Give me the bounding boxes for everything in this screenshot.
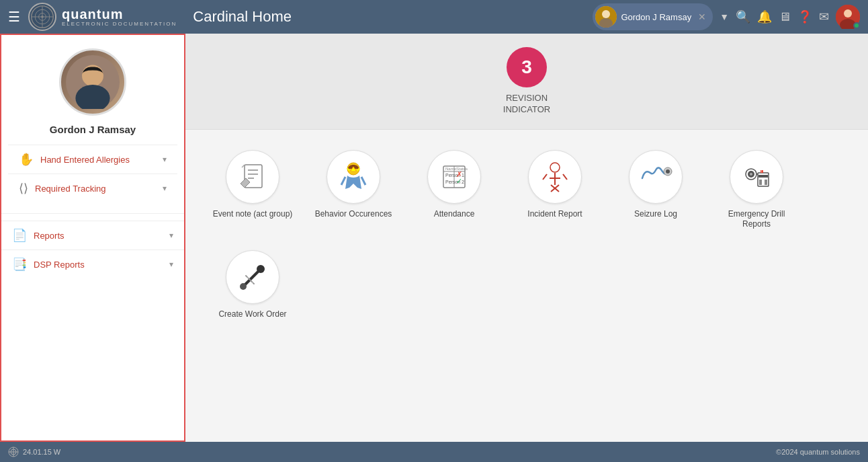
tracking-icon: ⟨⟩: [19, 181, 28, 196]
work-order-icon: [226, 250, 279, 304]
grid-item-behavior[interactable]: Behavior Occurences: [313, 150, 394, 230]
attendance-icon: Name Status Person 1 ✗ Person 2 ✓: [427, 150, 481, 204]
revision-section: 3 REVISIONINDICATOR: [185, 34, 868, 130]
svg-rect-46: [759, 180, 762, 185]
grid-item-emergency-drill[interactable]: ! Emergency Drill Reports: [716, 150, 797, 230]
nav-icons: Gordon J Ramsay ✕ ▼ 🔍 🔔 🖥 ❓ ✉: [593, 3, 860, 30]
grid-item-event-note[interactable]: Event note (act group): [212, 150, 293, 230]
chevron-down-icon-2: ▾: [163, 184, 167, 193]
brand-name: quantum: [62, 7, 177, 22]
grid-item-incident[interactable]: Incident Report: [515, 150, 595, 230]
chevron-down-icon: ▾: [163, 155, 167, 164]
svg-point-10: [844, 9, 852, 17]
user-avatar-corner[interactable]: [836, 5, 860, 29]
profile-name: Gordon J Ramsay: [50, 124, 136, 135]
bottom-copyright: ©2024 quantum solutions: [776, 448, 860, 456]
monitor-icon[interactable]: 🖥: [779, 10, 791, 24]
hamburger-icon[interactable]: ☰: [8, 9, 20, 25]
grid-item-seizure[interactable]: Seizure Log: [615, 150, 696, 230]
svg-point-35: [550, 163, 560, 172]
incident-label: Incident Report: [527, 209, 582, 220]
reports-label: Reports: [34, 231, 163, 241]
search-icon[interactable]: 🔍: [736, 9, 750, 24]
reports-icon: 📄: [12, 228, 27, 243]
svg-rect-45: [758, 175, 768, 178]
svg-point-56: [240, 283, 247, 290]
top-nav: ☰ quantum ELECTRONIC DOCUMENTATION Cardi…: [0, 0, 868, 34]
svg-line-22: [361, 177, 365, 185]
svg-text:!: !: [761, 169, 762, 174]
sidebar-item-required-tracking[interactable]: ⟨⟩ Required Tracking ▾: [8, 174, 177, 202]
svg-line-21: [341, 177, 345, 185]
svg-line-40: [543, 174, 547, 180]
brand-sub: ELECTRONIC DOCUMENTATION: [62, 22, 177, 28]
bottom-logo-icon: [8, 447, 19, 457]
dsp-icon: 📑: [12, 257, 27, 272]
user-badge[interactable]: Gordon J Ramsay ✕: [593, 3, 713, 30]
help-icon[interactable]: ❓: [797, 9, 812, 24]
dsp-label: DSP Reports: [34, 260, 163, 270]
tracking-label: Required Tracking: [35, 184, 156, 194]
grid-item-attendance[interactable]: Name Status Person 1 ✗ Person 2 ✓ Attend…: [414, 150, 494, 230]
user-name: Gordon J Ramsay: [621, 12, 691, 22]
allergies-label: Hand Entered Allergies: [40, 155, 156, 165]
incident-icon: [528, 150, 582, 204]
revision-circle: 3: [507, 47, 547, 87]
brand-text: quantum ELECTRONIC DOCUMENTATION: [62, 7, 177, 28]
sidebar-item-reports[interactable]: 📄 Reports ▾: [1, 221, 184, 249]
svg-text:✓: ✓: [456, 177, 462, 185]
sidebar-item-allergies[interactable]: ✋ Hand Entered Allergies ▾: [8, 145, 177, 174]
svg-line-41: [563, 174, 567, 180]
mail-icon[interactable]: ✉: [819, 9, 829, 24]
icon-grid: Event note (act group): [185, 130, 868, 340]
page-title: Cardinal Home: [193, 8, 584, 26]
bottom-left: 24.01.15 W: [8, 447, 60, 457]
chevron-down-icon-3: ▾: [169, 231, 173, 240]
logo-area: quantum ELECTRONIC DOCUMENTATION: [28, 3, 177, 31]
svg-line-57: [250, 272, 258, 280]
user-dropdown-icon[interactable]: ▼: [720, 11, 729, 22]
svg-point-7: [602, 10, 610, 18]
close-icon[interactable]: ✕: [698, 11, 706, 22]
emergency-drill-icon: !: [730, 150, 783, 204]
chevron-down-icon-4: ▾: [169, 260, 173, 269]
bottom-bar: 24.01.15 W ©2024 quantum solutions: [0, 442, 868, 462]
grid-item-work-order[interactable]: Create Work Order: [212, 250, 293, 320]
svg-point-43: [666, 169, 670, 174]
hand-icon: ✋: [19, 152, 34, 167]
bell-icon[interactable]: 🔔: [757, 9, 772, 24]
work-order-label: Create Work Order: [218, 309, 286, 320]
avatar: [59, 48, 126, 116]
event-note-label: Event note (act group): [213, 209, 293, 220]
sidebar-bottom: 📄 Reports ▾ 📑 DSP Reports ▾: [1, 214, 184, 278]
event-note-icon: [226, 150, 279, 204]
seizure-icon: [629, 150, 683, 204]
user-avatar-small: [595, 6, 617, 28]
online-indicator: [853, 22, 860, 29]
seizure-label: Seizure Log: [634, 209, 677, 220]
revision-label: REVISIONINDICATOR: [503, 93, 550, 116]
content-area: 3 REVISIONINDICATOR Event note (act gr: [185, 34, 868, 442]
profile-section: Gordon J Ramsay ✋ Hand Entered Allergies…: [1, 35, 184, 214]
behavior-label: Behavior Occurences: [315, 209, 392, 220]
svg-text:Name: Name: [445, 167, 457, 171]
logo-icon: [28, 3, 56, 31]
svg-rect-47: [765, 180, 767, 185]
attendance-label: Attendance: [434, 209, 475, 220]
bottom-right: ©2024 quantum solutions: [776, 448, 860, 456]
svg-point-50: [750, 173, 752, 176]
bottom-version: 24.01.15 W: [23, 448, 60, 456]
main-layout: Gordon J Ramsay ✋ Hand Entered Allergies…: [0, 34, 868, 442]
behavior-icon: [327, 150, 380, 204]
sidebar-item-dsp-reports[interactable]: 📑 DSP Reports ▾: [1, 249, 184, 278]
sidebar: Gordon J Ramsay ✋ Hand Entered Allergies…: [0, 34, 185, 442]
emergency-drill-label: Emergency Drill Reports: [716, 209, 797, 230]
